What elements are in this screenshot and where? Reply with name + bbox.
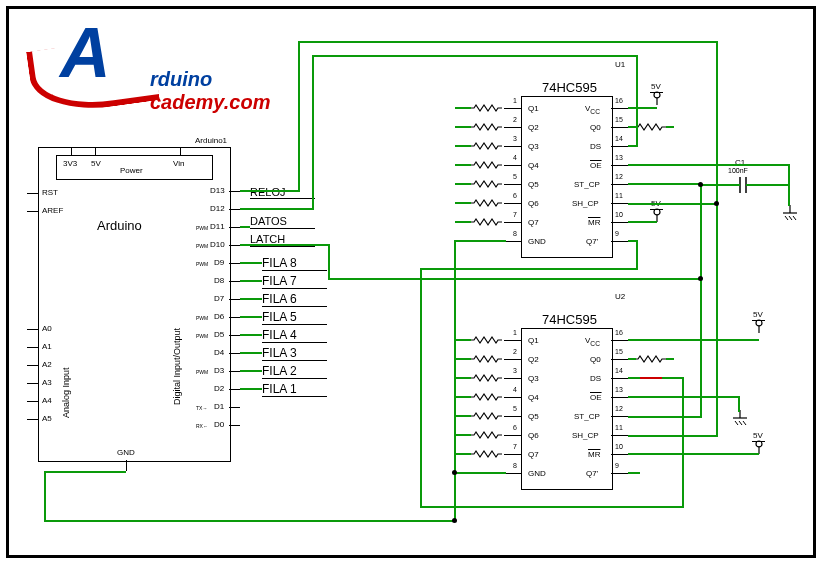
u1-oe: OE: [590, 161, 602, 170]
u2-title: 74HC595: [542, 312, 597, 327]
wire-gnd-bus: [44, 520, 456, 522]
junction-gnd: [452, 470, 457, 475]
pin-d0: D0: [214, 420, 224, 429]
wire-datos-v2: [636, 55, 638, 147]
pin-d2: D2: [214, 384, 224, 393]
wire-latch-u2st: [628, 416, 702, 418]
power-label: Power: [120, 166, 143, 175]
net-fila4: FILA 4: [262, 328, 297, 342]
u1-ref: U1: [615, 60, 625, 69]
u1-mr: MR: [588, 218, 600, 227]
pin-a5: A5: [42, 414, 52, 423]
pin-3v3: 3V3: [63, 159, 77, 168]
pin-d7: D7: [214, 294, 224, 303]
u2-vcc-5v: 5V: [753, 310, 763, 319]
pin-d12: D12: [210, 204, 225, 213]
logo-text: rduino cademy.com: [150, 68, 270, 114]
pin-5v: 5V: [91, 159, 101, 168]
pin-a4: A4: [42, 396, 52, 405]
u2-oe: OE: [590, 393, 602, 402]
pin-d10: D10: [210, 240, 225, 249]
wire-ds-red: [640, 377, 662, 379]
net-datos: DATOS: [250, 215, 287, 227]
u1-vcc-5v: 5V: [651, 82, 661, 91]
pin-d9: D9: [214, 258, 224, 267]
net-fila2: FILA 2: [262, 364, 297, 378]
junction-latch: [698, 276, 703, 281]
net-fila6: FILA 6: [262, 292, 297, 306]
wire-latch-vU: [700, 183, 702, 280]
wire-datos-h1: [312, 55, 638, 57]
pin-d1: D1: [214, 402, 224, 411]
wire-reloj-v1: [298, 41, 300, 192]
pin-aref: AREF: [42, 206, 63, 215]
ain-label: Analog Input: [61, 367, 71, 418]
wire-latch-u1st: [628, 183, 702, 185]
pin-a2: A2: [42, 360, 52, 369]
pin-d6: D6: [214, 312, 224, 321]
wire-datos-u1ds: [628, 145, 638, 147]
net-reloj: RELOJ: [250, 186, 285, 198]
dio-label: Digital Input/Output: [172, 328, 182, 405]
pin-gnd-arduino: GND: [117, 448, 135, 457]
logo-letter: A: [60, 13, 111, 93]
pin-d11: D11: [210, 222, 225, 231]
arduino-ref: Arduino1: [195, 136, 227, 145]
net-fila3: FILA 3: [262, 346, 297, 360]
wire-reloj-h1: [298, 41, 718, 43]
u2-vcc: VCC: [585, 336, 600, 347]
pin-d13: D13: [210, 186, 225, 195]
pin-rst: RST: [42, 188, 58, 197]
pin-d5: D5: [214, 330, 224, 339]
wire-reloj-u1shcp: [628, 203, 718, 205]
pin-a0: A0: [42, 324, 52, 333]
pin-vin: Vin: [173, 159, 184, 168]
u1-q1: Q1: [528, 104, 539, 113]
u1-chip: [521, 96, 613, 258]
wire-latch-h: [328, 278, 702, 280]
pin-a1: A1: [42, 342, 52, 351]
wire-u1-oe: [628, 164, 790, 166]
wire-reloj-u2shcp: [628, 435, 718, 437]
pin-a3: A3: [42, 378, 52, 387]
wire-cap-left: [700, 184, 740, 186]
u2-chip: [521, 328, 613, 490]
wire-reloj-vD: [716, 203, 718, 437]
pin-d3: D3: [214, 366, 224, 375]
u2-ref: U2: [615, 292, 625, 301]
net-fila8: FILA 8: [262, 256, 297, 270]
arduino-title: Arduino: [97, 218, 142, 233]
net-fila7: FILA 7: [262, 274, 297, 288]
pin-d8: D8: [214, 276, 224, 285]
net-fila5: FILA 5: [262, 310, 297, 324]
u1-vcc: VCC: [585, 104, 600, 115]
u1-title: 74HC595: [542, 80, 597, 95]
wire-reloj-vR: [716, 41, 718, 205]
u2-mr-5v: 5V: [753, 431, 763, 440]
net-fila1: FILA 1: [262, 382, 297, 396]
c1-val: 100nF: [728, 167, 748, 174]
schematic-canvas: { "logo": { "letter": "A", "brand1": "rd…: [0, 0, 820, 562]
wire-datos-v1: [312, 55, 314, 210]
pin-d4: D4: [214, 348, 224, 357]
u2-mr: MR: [588, 450, 600, 459]
